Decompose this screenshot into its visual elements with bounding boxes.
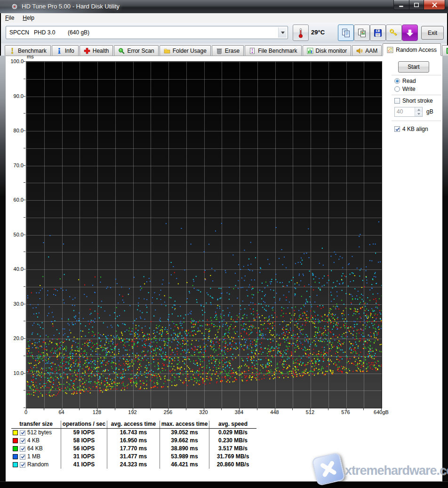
series-checkbox[interactable] [20, 438, 25, 444]
max-access-value: 46.421 ms [160, 461, 209, 469]
col-header-operations: operations / sec [61, 421, 107, 429]
avg-access-value: 17.770 ms [107, 445, 160, 453]
series-label: 64 KB [27, 445, 43, 453]
maximize-icon [414, 3, 419, 7]
results-table: transfer size operations / sec avg. acce… [11, 421, 256, 469]
maximize-button[interactable] [409, 0, 424, 10]
read-radio[interactable] [394, 78, 400, 84]
tab-folder-usage[interactable]: Folder Usage [160, 45, 211, 56]
series-label: Random [27, 461, 48, 469]
tab-label: Erase [225, 48, 240, 54]
exit-button[interactable]: Exit [421, 26, 444, 40]
y-axis-tick-label: 20.0 [1, 335, 24, 341]
check-icon [21, 431, 25, 435]
tab-label: Benchmark [18, 48, 47, 54]
menu-file[interactable]: File [1, 14, 18, 22]
separator [392, 95, 441, 95]
series-checkbox[interactable] [20, 454, 25, 460]
tab-health[interactable]: Health [80, 45, 113, 56]
tab-disk-monitor[interactable]: Disk monitor [303, 45, 352, 56]
watermark: xtremehardware.com [311, 452, 448, 488]
aam-icon [356, 48, 363, 54]
save-button[interactable] [370, 24, 386, 41]
series-checkbox[interactable] [20, 430, 25, 436]
short-stroke-size-spinner[interactable]: 40 [394, 107, 423, 117]
drive-select-value: SPCCN PHD 3.0 (640 gB) [6, 29, 278, 36]
stroke-unit-label: gB [426, 108, 433, 115]
menu-help[interactable]: Help [18, 14, 39, 22]
temperature-button[interactable] [293, 24, 309, 41]
minimize-button[interactable] [393, 0, 409, 10]
series-swatch [13, 446, 18, 451]
table-row-4kb: 4 KB [11, 437, 61, 445]
write-radio-row[interactable]: Write [394, 86, 416, 92]
series-label: 1 MB [27, 453, 40, 461]
avg-access-value: 24.323 ms [107, 461, 160, 469]
download-button[interactable] [402, 24, 418, 41]
tab-aam[interactable]: AAM [352, 45, 382, 56]
y-axis-tick [24, 321, 25, 321]
read-radio-row[interactable]: Read [394, 78, 416, 84]
tab-label: Health [93, 48, 109, 54]
short-stroke-label: Short stroke [402, 98, 433, 104]
copy-to-clipboard-button[interactable] [338, 24, 354, 41]
spinner-up-button[interactable] [415, 107, 422, 112]
series-checkbox[interactable] [20, 462, 25, 468]
error-scan-icon [118, 48, 125, 54]
y-axis-tick-label: 100.0 [1, 58, 24, 64]
short-stroke-checkbox[interactable] [394, 98, 400, 104]
options-button[interactable] [386, 24, 402, 41]
col-header-max-access: max. access time [160, 421, 209, 429]
tab-label: Folder Usage [173, 48, 207, 54]
folder-usage-icon [164, 48, 170, 54]
series-label: 4 KB [27, 437, 40, 445]
y-axis-tick-label: 60.0 [1, 197, 24, 203]
drive-select-dropdown[interactable]: SPCCN PHD 3.0 (640 gB) [6, 26, 288, 39]
series-checkbox[interactable] [20, 446, 25, 452]
y-axis-tick-label: 80.0 [1, 128, 24, 133]
short-stroke-row[interactable]: Short stroke [394, 98, 433, 104]
y-axis-tick [24, 286, 25, 287]
tab-info[interactable]: Info [52, 45, 79, 56]
y-axis-tick-label: 40.0 [1, 266, 24, 272]
title-bar[interactable]: HD Tune Pro 5.00 - Hard Disk Utility [0, 0, 448, 13]
table-row-512bytes: 512 bytes [11, 429, 61, 437]
kb-align-row[interactable]: 4 KB align [394, 126, 428, 132]
y-axis-tick [24, 269, 25, 269]
close-button[interactable] [424, 0, 445, 10]
y-axis-unit-label: ms [27, 54, 34, 59]
short-stroke-size-value: 40 [395, 107, 415, 116]
tab-extra-tests[interactable]: Extra tests [442, 45, 448, 56]
benchmark-icon [9, 48, 16, 54]
max-access-value: 39.052 ms [160, 429, 209, 437]
close-icon [432, 2, 437, 8]
info-icon [56, 48, 63, 54]
y-axis-tick [24, 356, 25, 356]
avg-speed-value: 3.517 MB/s [209, 445, 256, 453]
ops-value: 56 IOPS [61, 445, 107, 453]
tab-label: AAM [365, 48, 377, 54]
watermark-text: xtremehardware.com [345, 464, 448, 478]
tab-erase[interactable]: Erase [212, 45, 244, 56]
write-radio[interactable] [394, 86, 400, 92]
tab-random-access[interactable]: Random Access [383, 43, 441, 56]
start-button[interactable]: Start [398, 61, 429, 73]
y-axis-tick [24, 235, 25, 235]
max-access-value: 38.890 ms [160, 445, 209, 453]
tab-error-scan[interactable]: Error Scan [114, 45, 158, 56]
y-axis-tick [24, 217, 25, 218]
hd-tune-window: HD Tune Pro 5.00 - Hard Disk Utility Fil… [0, 0, 448, 488]
avg-access-value: 16.743 ms [107, 429, 160, 437]
y-axis-tick [24, 407, 25, 408]
tab-strip: Benchmark Info Health Error Scan Folder … [1, 43, 447, 56]
copy-image-button[interactable] [354, 24, 370, 41]
y-axis-tick [24, 338, 25, 339]
spinner-down-button[interactable] [415, 112, 422, 117]
tab-file-benchmark[interactable]: File Benchmark [245, 45, 301, 56]
y-axis-tick [24, 165, 25, 166]
ops-value: 41 IOPS [61, 461, 107, 469]
avg-access-value: 31.477 ms [107, 453, 160, 461]
kb-align-checkbox[interactable] [394, 126, 400, 132]
series-swatch [13, 430, 18, 435]
dropdown-arrow-icon[interactable] [278, 27, 287, 38]
